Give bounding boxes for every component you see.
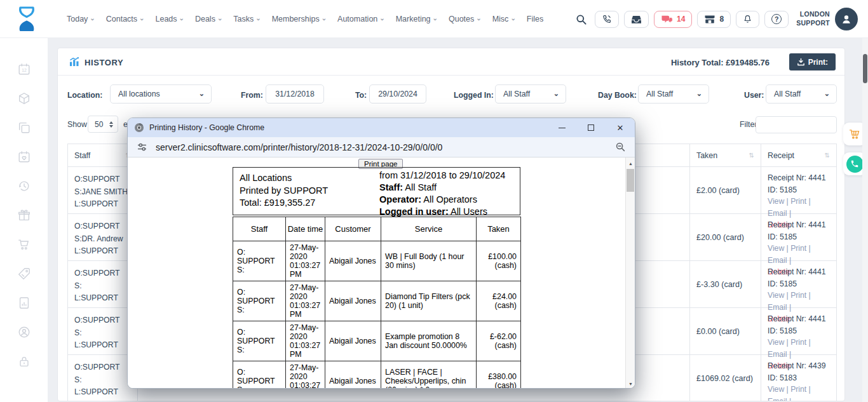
nav-item-automation[interactable]: Automation⌄ (337, 15, 385, 23)
print-datetime: 27-May-2020 01:03:27 PM (286, 241, 325, 281)
popup-scrollbar-thumb[interactable] (627, 169, 634, 192)
location-select[interactable]: All locations ⌄ (110, 84, 212, 104)
scroll-up-icon[interactable]: ▲ (626, 158, 635, 168)
print-taken: £-62.00(cash) (477, 321, 521, 361)
to-label: To: (355, 91, 367, 100)
nav-item-files[interactable]: Files (527, 15, 543, 23)
topbar-actions: 14 8 (575, 0, 858, 38)
print-link[interactable]: Print (790, 291, 806, 300)
account-location: LONDON (796, 10, 830, 19)
summary-staff-label: Staff: (379, 182, 403, 192)
user-avatar[interactable] (835, 8, 858, 30)
email-link[interactable]: Email (768, 397, 787, 401)
sort-icon: ⇅ (749, 152, 754, 159)
download-icon (797, 58, 805, 66)
history-icon[interactable] (17, 179, 31, 193)
user-circle-icon[interactable] (17, 325, 31, 339)
nav-item-tasks[interactable]: Tasks⌄ (233, 15, 261, 23)
inbox-button[interactable] (624, 11, 649, 28)
logged-in-select[interactable]: All Staff ⌄ (495, 84, 566, 104)
view-link[interactable]: View (768, 385, 784, 394)
nav-item-contacts[interactable]: Contacts⌄ (106, 15, 145, 23)
from-date-value: 31/12/2018 (275, 90, 315, 98)
nav-item-today[interactable]: Today⌄ (67, 15, 95, 23)
notifications-button[interactable] (736, 11, 759, 28)
calendar-heart-icon[interactable] (17, 150, 31, 164)
nav-item-leads[interactable]: Leads⌄ (155, 15, 184, 23)
page-size-stepper[interactable]: 50 (88, 116, 118, 133)
lock-icon[interactable] (17, 354, 31, 368)
calendar-icon[interactable]: 12 (17, 62, 31, 76)
print-link[interactable]: Print (790, 385, 806, 394)
print-staff: O: SUPPORT S: (233, 281, 286, 321)
print-method: (cash) (480, 301, 517, 310)
phone-calls-button[interactable] (595, 11, 619, 28)
sort-icon: ⇅ (825, 152, 830, 159)
receipt-id: ID: 5185 (768, 278, 831, 290)
copy-windows-icon[interactable] (17, 121, 31, 135)
view-link[interactable]: View (768, 338, 784, 347)
print-summary-right: from 31/12/2018 to 29/10/2024 Staff: All… (379, 170, 505, 218)
maximize-button[interactable] (576, 118, 606, 137)
day-book-label: Day Book: (598, 91, 637, 100)
close-button[interactable]: ✕ (606, 118, 635, 137)
nav-item-misc[interactable]: Misc⌄ (492, 15, 516, 23)
popup-url[interactable]: server2.clinicsoftware.com/printer/histo… (156, 142, 615, 152)
print-customer: Abigail Jones (325, 241, 381, 281)
nav-label: Contacts (106, 15, 137, 23)
site-settings-icon[interactable] (137, 142, 147, 152)
view-link[interactable]: View (768, 197, 784, 206)
cart-icon[interactable] (17, 238, 31, 251)
account-name: SUPPORT (796, 19, 830, 28)
print-button[interactable]: Print: (789, 53, 836, 70)
print-link[interactable]: Print (790, 197, 806, 206)
popup-url-bar[interactable]: server2.clinicsoftware.com/printer/histo… (128, 137, 635, 157)
day-book-select[interactable]: All Staff ⌄ (638, 84, 709, 104)
print-link[interactable]: Print (790, 244, 806, 253)
help-button[interactable]: ? (764, 11, 789, 28)
coupon-icon[interactable] (17, 267, 31, 281)
nav-item-memberships[interactable]: Memberships⌄ (272, 15, 327, 23)
report-icon[interactable] (17, 296, 31, 310)
print-service: Diamond Tip Filters (pck 20) (1 unit) (381, 281, 477, 321)
account-label: LONDON SUPPORT (796, 10, 830, 27)
scroll-down-icon[interactable]: ▼ (626, 379, 635, 389)
print-taken: £380.00(cash) (477, 361, 521, 389)
user-label: User: (744, 91, 764, 100)
package-icon[interactable] (17, 91, 31, 105)
nav-item-marketing[interactable]: Marketing⌄ (396, 15, 438, 23)
print-amount: £380.00 (480, 372, 517, 381)
popup-titlebar[interactable]: Printing History - Google Chrome ✕ (128, 118, 635, 137)
chevron-down-icon: ⌄ (217, 15, 222, 22)
staff-name: S: (74, 374, 133, 387)
nav-item-quotes[interactable]: Quotes⌄ (449, 15, 482, 23)
page-scrollbar-thumb[interactable] (863, 54, 867, 83)
view-link[interactable]: View (768, 244, 784, 253)
column-header-taken[interactable]: Taken⇅ (690, 144, 761, 167)
search-icon[interactable] (575, 13, 587, 25)
page-scrollbar[interactable] (862, 38, 868, 402)
chevron-down-icon: ⌄ (179, 15, 184, 22)
user-select[interactable]: All Staff ⌄ (766, 84, 837, 104)
popup-scrollbar[interactable]: ▲ ▼ (625, 157, 635, 389)
minimize-button[interactable] (547, 118, 576, 137)
from-date-input[interactable]: 31/12/2018 (266, 84, 324, 104)
column-header-receipt[interactable]: Receipt⇅ (761, 144, 837, 167)
gift-icon[interactable] (17, 208, 31, 222)
app-root: Today⌄ Contacts⌄ Leads⌄ Deals⌄ Tasks⌄ Me… (0, 0, 868, 402)
to-date-input[interactable]: 29/10/2024 (369, 84, 426, 104)
print-table: Staff Date time Customer Service Taken O… (233, 217, 521, 389)
print-table-row: O: SUPPORT S: 27-May-2020 01:03:27 PM Ab… (233, 241, 521, 281)
print-link[interactable]: Print (790, 338, 806, 347)
filter-input[interactable] (756, 116, 837, 133)
chat-messages-button[interactable]: 14 (654, 11, 692, 28)
till-button[interactable]: 8 (697, 11, 731, 28)
nav-item-deals[interactable]: Deals⌄ (195, 15, 222, 23)
link-separator: | (809, 338, 811, 347)
view-link[interactable]: View (768, 291, 784, 300)
summary-operator-label: Operator: (379, 194, 421, 204)
zoom-out-icon[interactable] (615, 142, 626, 152)
chrome-popup-window: Printing History - Google Chrome ✕ serve… (127, 117, 635, 389)
chat-count-badge: 14 (677, 15, 685, 23)
clinicsoftware-logo-icon[interactable] (14, 4, 39, 34)
